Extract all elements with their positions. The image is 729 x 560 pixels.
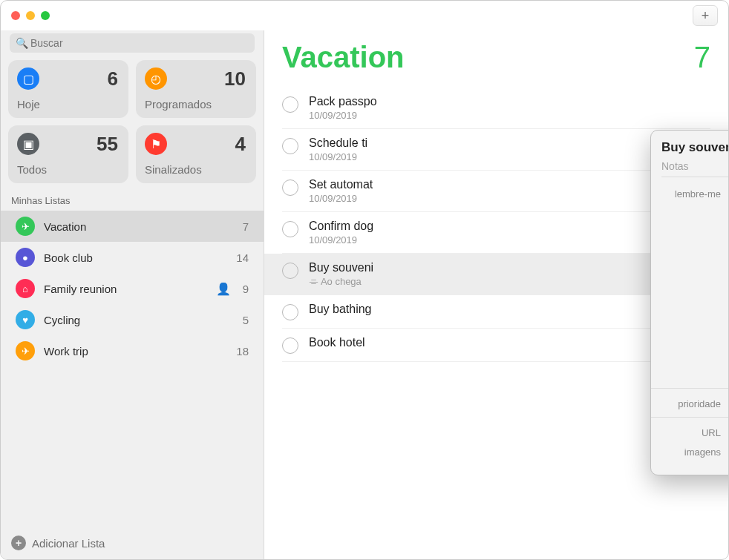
shared-icon: 👤: [216, 282, 231, 296]
list-row-worktrip[interactable]: ✈ Work trip 18: [1, 335, 264, 366]
smart-list-all[interactable]: ▣ 55 Todos: [8, 125, 128, 183]
list-name: Cycling: [44, 314, 234, 326]
list-row-cycling[interactable]: ♥ Cycling 5: [1, 304, 264, 335]
priority-label: prioridade: [661, 396, 721, 409]
reminder-subtitle: ⌯ Ao chega: [309, 276, 373, 287]
reminder-inspector-popover: Buy souvenirs ⚑ Notas lembre-me Em uma D…: [650, 130, 728, 475]
reminder-title: Buy souveni: [309, 261, 373, 274]
complete-toggle[interactable]: [282, 221, 298, 237]
window-controls: [11, 11, 50, 20]
search-input[interactable]: [10, 33, 255, 53]
smart-list-label: Hoje: [17, 98, 40, 111]
close-window-button[interactable]: [11, 11, 20, 20]
plus-icon: +: [702, 8, 710, 24]
list-total-count: 7: [694, 41, 710, 74]
list-count: 5: [243, 314, 249, 326]
complete-toggle[interactable]: [282, 304, 298, 320]
list-count: 18: [236, 345, 249, 358]
inbox-icon: ▣: [17, 133, 39, 155]
minimize-window-button[interactable]: [26, 11, 35, 20]
zoom-window-button[interactable]: [41, 11, 50, 20]
smart-list-count: 10: [224, 67, 246, 90]
complete-toggle[interactable]: [282, 263, 298, 279]
reminder-row[interactable]: Book hotel: [282, 329, 710, 362]
url-label: URL: [661, 425, 721, 438]
calendar-icon: ▢: [17, 67, 39, 90]
main-pane: Vacation 7 Pack passpo 10/09/2019 Schedu…: [264, 30, 728, 560]
complete-toggle[interactable]: [282, 138, 298, 154]
reminder-subtitle: 10/09/2019: [309, 151, 367, 162]
smart-list-count: 4: [235, 133, 246, 156]
list-name: Work trip: [44, 345, 227, 358]
list-icon: ⌂: [16, 279, 35, 298]
reminder-row[interactable]: Buy bathing: [282, 295, 710, 329]
reminder-row[interactable]: Set automat 10/09/2019: [282, 171, 710, 212]
notes-field[interactable]: Notas: [661, 160, 728, 177]
list-row-family[interactable]: ⌂ Family reunion 👤 9: [1, 273, 264, 304]
smart-list-label: Sinalizados: [145, 163, 202, 176]
list-icon: ●: [16, 248, 35, 267]
smart-list-scheduled[interactable]: ◴ 10 Programados: [136, 60, 256, 118]
my-lists-header: Minhas Listas: [11, 195, 253, 206]
reminder-title: Schedule ti: [309, 136, 367, 150]
list-icon: ♥: [16, 310, 35, 329]
add-list-button[interactable]: + Adicionar Lista: [8, 531, 256, 553]
smart-list-count: 55: [97, 133, 118, 156]
window-titlebar: +: [1, 1, 728, 30]
reminder-subtitle: 10/09/2019: [309, 110, 377, 121]
reminder-row[interactable]: Confirm dog 10/09/2019: [282, 212, 710, 254]
list-name: Vacation: [44, 220, 234, 233]
list-title: Vacation: [282, 41, 405, 74]
list-name: Book club: [44, 251, 227, 264]
smart-list-flagged[interactable]: ⚑ 4 Sinalizados: [136, 125, 256, 183]
reminder-title: Confirm dog: [309, 220, 373, 233]
complete-toggle[interactable]: [282, 337, 298, 354]
my-lists: ✈ Vacation 7 ● Book club 14 ⌂ Family reu…: [1, 211, 264, 531]
reminder-title: Set automat: [309, 178, 373, 191]
add-list-label: Adicionar Lista: [32, 537, 105, 550]
reminder-title: Book hotel: [309, 336, 365, 349]
list-count: 7: [243, 220, 249, 233]
search-icon: 🔍: [16, 37, 28, 49]
remind-me-label: lembre-me: [661, 186, 721, 200]
plus-circle-icon: +: [11, 536, 26, 550]
clock-icon: ◴: [145, 67, 167, 90]
list-row-vacation[interactable]: ✈ Vacation 7: [1, 211, 264, 242]
reminder-row[interactable]: Pack passpo 10/09/2019: [282, 88, 710, 129]
list-count: 9: [243, 283, 249, 295]
list-icon: ✈: [16, 217, 35, 236]
list-count: 14: [236, 251, 249, 264]
inspector-title[interactable]: Buy souvenirs: [661, 140, 728, 155]
list-row-bookclub[interactable]: ● Book club 14: [1, 242, 264, 273]
smart-list-count: 6: [108, 67, 118, 90]
reminder-subtitle: 10/09/2019: [309, 234, 373, 246]
smart-list-today[interactable]: ▢ 6 Hoje: [8, 60, 128, 118]
complete-toggle[interactable]: [282, 179, 298, 196]
flag-icon: ⚑: [145, 133, 167, 155]
reminder-subtitle: 10/09/2019: [309, 193, 373, 204]
sidebar: 🔍 ▢ 6 Hoje ◴ 10 Programados ▣ 55 Todos ⚑…: [1, 30, 264, 560]
reminder-title: Buy bathing: [309, 303, 372, 316]
add-reminder-button[interactable]: +: [693, 5, 718, 26]
search-field[interactable]: 🔍: [10, 33, 255, 53]
smart-list-label: Programados: [145, 98, 212, 111]
reminder-title: Pack passpo: [309, 95, 377, 108]
list-icon: ✈: [16, 341, 35, 360]
smart-list-label: Todos: [17, 163, 47, 176]
complete-toggle[interactable]: [282, 96, 298, 113]
images-label: imagens: [661, 444, 721, 458]
list-name: Family reunion: [44, 283, 207, 295]
reminder-row[interactable]: Schedule ti 10/09/2019: [282, 129, 710, 171]
